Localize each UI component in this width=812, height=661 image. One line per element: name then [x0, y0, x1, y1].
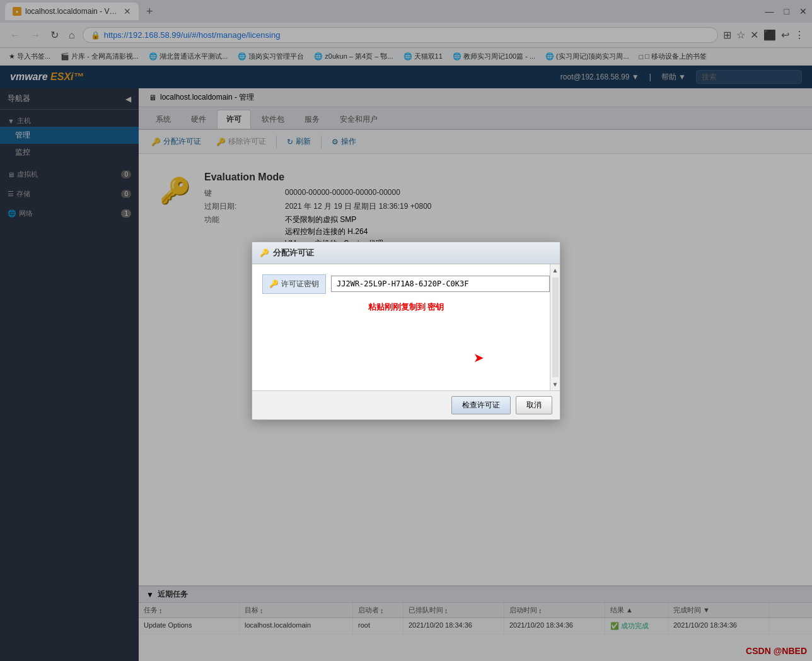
license-key-label: 🔑 许可证密钥 [262, 274, 326, 294]
paste-hint: 粘贴刚刚复制到 密钥 [262, 301, 550, 313]
red-arrow-icon: ➤ [473, 350, 484, 365]
dialog-body: 🔑 许可证密钥 粘贴刚刚复制到 密钥 ➤ ▲ ▼ [252, 264, 560, 390]
dialog-title: 分配许可证 [273, 247, 314, 259]
dialog-scrollbar[interactable]: ▲ ▼ [550, 264, 560, 390]
dialog-overlay: 🔑 分配许可证 🔑 许可证密钥 粘贴刚刚复制到 密钥 ➤ ▲ ▼ 检查许可证 取… [0, 0, 812, 661]
dialog-key-icon: 🔑 [260, 249, 269, 257]
scroll-track[interactable] [552, 278, 559, 377]
license-key-input[interactable] [331, 276, 550, 292]
assign-license-dialog: 🔑 分配许可证 🔑 许可证密钥 粘贴刚刚复制到 密钥 ➤ ▲ ▼ 检查许可证 取… [252, 242, 560, 420]
dialog-header: 🔑 分配许可证 [252, 242, 560, 264]
dialog-footer: 检查许可证 取消 [252, 390, 560, 419]
scroll-up-arrow[interactable]: ▲ [550, 264, 561, 276]
key-small-icon: 🔑 [269, 279, 279, 288]
check-license-button[interactable]: 检查许可证 [451, 396, 511, 414]
cancel-dialog-button[interactable]: 取消 [516, 396, 552, 414]
license-key-row: 🔑 许可证密钥 [262, 274, 550, 294]
label-text: 许可证密钥 [281, 279, 319, 290]
scroll-down-arrow[interactable]: ▼ [550, 378, 561, 390]
